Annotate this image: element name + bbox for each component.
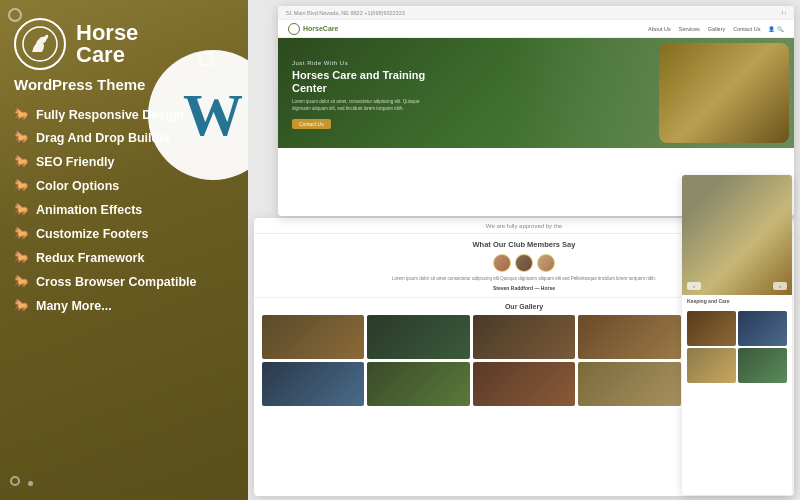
preview-area: 51 Main Blvd Nevada, NE 9822 +1(698)9322… [248,0,800,500]
feature-label-3: SEO Friendly [36,154,115,170]
feature-icon-2: 🐎 [14,130,30,147]
nav-brand-icon [288,23,300,35]
right-side-panel: ‹ › Keeping and Care [682,175,792,495]
nav-brand: HorseCare [288,23,338,35]
nav-links: About Us Services Gallery Contact Us 👤 🔍 [648,26,784,32]
nav-link-5[interactable]: 👤 🔍 [768,26,784,32]
browser-address-bar: 51 Main Blvd Nevada, NE 9822 +1(698)9322… [278,6,794,20]
logo-text: Horse Care [76,21,138,66]
feature-label-8: Cross Browser Compatible [36,274,196,290]
rp-prev-arrow[interactable]: ‹ [687,282,701,290]
logo-care: Care [76,43,138,67]
rp-navigation: ‹ › [687,282,787,290]
logo-icon [14,18,66,70]
feature-item-6: 🐎 Customize Footers [14,222,234,246]
rp-gi-2 [738,311,787,346]
rp-mini-gallery [682,307,792,387]
hero-image [510,38,794,148]
feature-icon-7: 🐎 [14,250,30,267]
feature-icon-4: 🐎 [14,178,30,195]
feature-icon-6: 🐎 [14,226,30,243]
testimonial-body: Lorem ipsum dolor sit amet consectetur a… [384,276,664,283]
gallery-item-6 [262,362,364,406]
nav-brand-text: HorseCare [303,25,338,32]
rp-horse-photo [682,175,792,295]
nav-link-4[interactable]: Contact Us [733,26,760,32]
rp-hero-image: ‹ › [682,175,792,295]
hero-cta-button[interactable]: Contact Us [292,119,331,129]
horse-icon [22,26,58,62]
rp-label: Keeping and Care [682,295,792,307]
feature-label-5: Animation Effects [36,202,142,218]
rp-gi-3 [687,348,736,383]
feature-icon-3: 🐎 [14,154,30,171]
feature-label-9: Many More... [36,298,112,314]
wp-logo-symbol: W [183,85,243,145]
rp-next-arrow[interactable]: › [773,282,787,290]
social-icons: f t [781,10,786,16]
avatar-1 [493,254,511,272]
gallery-item-9 [578,362,680,406]
feature-item-7: 🐎 Redux Framework [14,246,234,270]
horse-image [659,43,789,143]
avatar-2 [515,254,533,272]
gallery-item-4 [578,315,680,359]
browser-navbar: HorseCare About Us Services Gallery Cont… [278,20,794,38]
feature-icon-8: 🐎 [14,274,30,291]
browser-hero: Just Ride With Us Horses Care and Traini… [278,38,794,148]
sidebar: Horse Care WordPress Theme W 🐎 Fully Res… [0,0,248,500]
feature-icon-5: 🐎 [14,202,30,219]
square-decoration [199,52,213,66]
rp-gi-1 [687,311,736,346]
hero-title: Horses Care and Training Center [292,69,432,95]
feature-label-6: Customize Footers [36,226,149,242]
feature-item-9: 🐎 Many More... [14,294,234,318]
feature-item-8: 🐎 Cross Browser Compatible [14,270,234,294]
nav-link-2[interactable]: Services [679,26,700,32]
feature-label-4: Color Options [36,178,119,194]
address-text: 51 Main Blvd Nevada, NE 9822 +1(698)9322… [286,10,405,16]
nav-link-3[interactable]: Gallery [708,26,725,32]
rp-gi-4 [738,348,787,383]
gallery-item-2 [367,315,469,359]
feature-label-7: Redux Framework [36,250,144,266]
gallery-item-8 [473,362,575,406]
feature-icon-1: 🐎 [14,107,30,124]
gallery-item-1 [262,315,364,359]
gallery-item-7 [367,362,469,406]
avatar-3 [537,254,555,272]
dot-decoration-bl [10,476,20,486]
nav-link-1[interactable]: About Us [648,26,671,32]
gallery-item-3 [473,315,575,359]
hero-description: Lorem ipsum dolor sit amet, consectetur … [292,99,422,112]
hero-subtitle: Just Ride With Us [292,60,432,66]
dot-decoration-tl [8,8,22,22]
hero-text-area: Just Ride With Us Horses Care and Traini… [292,60,432,130]
approved-text: We are fully approved by the [486,223,562,229]
feature-icon-9: 🐎 [14,298,30,315]
dot-decoration-bm [28,481,33,486]
feature-item-5: 🐎 Animation Effects [14,199,234,223]
